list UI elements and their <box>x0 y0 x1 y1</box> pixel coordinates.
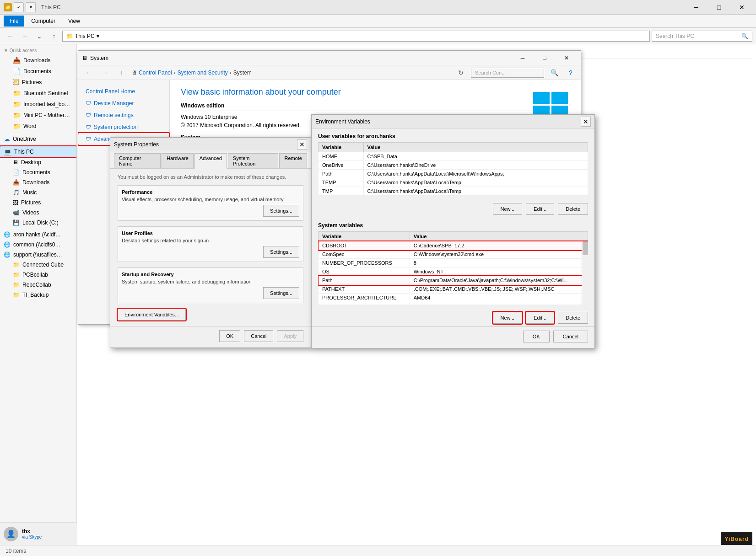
scrollbar[interactable] <box>582 241 588 305</box>
dialog-note: You must be logged on as an Administrato… <box>118 174 303 180</box>
env-close-btn[interactable]: ✕ <box>581 117 591 127</box>
sidebar-item-downloads2[interactable]: 📥 Downloads <box>0 177 76 187</box>
sidebar-item-music[interactable]: 🎵 Music <box>0 187 76 198</box>
system-minimize-btn[interactable]: ─ <box>512 53 533 63</box>
sys-link-device-manager[interactable]: 🛡 Device Manager <box>78 97 169 109</box>
env-title: Environment Variables <box>315 118 370 125</box>
sidebar-item-this-pc[interactable]: 💻 This PC <box>0 146 76 157</box>
system-search[interactable]: Search Con... <box>471 68 544 78</box>
sidebar-item-repocollab[interactable]: 📁 RepoCollab <box>0 280 76 290</box>
sidebar-item-network-share1[interactable]: 🌐 aron.hanks (\\cldfs01.a <box>0 230 76 240</box>
apply-btn[interactable]: Apply <box>277 330 303 342</box>
sidebar-item-network-share3[interactable]: 🌐 support (\\usafiles.alt <box>0 250 76 260</box>
sys-link-system-protection[interactable]: 🛡 System protection <box>78 121 169 133</box>
system-help-btn[interactable]: ? <box>564 66 577 79</box>
maximize-btn[interactable]: □ <box>708 0 729 15</box>
tab-file[interactable]: File <box>4 16 24 27</box>
sys-link-remote-settings[interactable]: 🛡 Remote settings <box>78 109 169 121</box>
performance-settings-btn[interactable]: Settings... <box>263 205 299 217</box>
tab-system-protection[interactable]: System Protection <box>228 153 279 168</box>
address-bar[interactable]: 📁 This PC ▾ <box>62 31 650 42</box>
folder-icon: 🖥 <box>13 159 18 166</box>
user-profiles-settings-btn[interactable]: Settings... <box>263 246 299 258</box>
sidebar-item-desktop[interactable]: 🖥 Desktop <box>0 157 76 167</box>
system-close-btn[interactable]: ✕ <box>556 53 577 63</box>
system-var-row[interactable]: PROCESSOR_IDENTIFIERIntel64 Family 6 Mod… <box>319 302 588 305</box>
sidebar-item-local-disk[interactable]: 💾 Local Disk (C:) <box>0 218 76 228</box>
up-btn[interactable]: ↑ <box>48 30 60 43</box>
user-delete-btn[interactable]: Delete <box>558 203 588 215</box>
system-maximize-btn[interactable]: □ <box>534 53 555 63</box>
sidebar-item-ti-backup[interactable]: 📁 TI_Backup <box>0 290 76 300</box>
system-var-row[interactable]: PATHEXT.COM;.EXE;.BAT;.CMD;.VBS;.VBE;.JS… <box>319 285 588 294</box>
user-new-btn[interactable]: New... <box>493 203 523 215</box>
qa-properties-btn[interactable]: ✓ <box>14 2 24 12</box>
system-heading: View basic information about your comput… <box>181 87 570 97</box>
tab-view[interactable]: View <box>62 16 86 27</box>
sidebar-item-documents2[interactable]: 📄 Documents <box>0 167 76 177</box>
system-new-btn[interactable]: New... <box>493 312 523 324</box>
breadcrumb-security[interactable]: System and Security <box>178 70 228 76</box>
sys-link-control-panel-home[interactable]: Control Panel Home <box>78 86 169 97</box>
system-var-row[interactable]: PathC:\ProgramData\Oracle\Java\javapath;… <box>319 276 588 285</box>
system-var-row[interactable]: ComSpecC:\Windows\system32\cmd.exe <box>319 250 588 259</box>
system-refresh-btn[interactable]: ↻ <box>454 66 467 79</box>
system-properties-dialog: System Properties ✕ Computer Name Hardwa… <box>110 137 311 348</box>
user-var-row[interactable]: TEMPC:\Users\aron.hanks\AppData\Local\Te… <box>319 178 588 187</box>
sidebar-item-bluetooth[interactable]: 📁 Bluetooth Sentinel <box>0 88 76 99</box>
minimize-btn[interactable]: ─ <box>686 0 707 15</box>
skype-link[interactable]: via Skype <box>22 535 42 540</box>
sidebar-item-imported[interactable]: 📁 Imported test_board.P <box>0 99 76 110</box>
env-ok-btn[interactable]: OK <box>523 331 550 342</box>
startup-desc: System startup, system failure, and debu… <box>122 279 299 284</box>
user-var-row[interactable]: OneDriveC:\Users\aron.hanks\OneDrive <box>319 161 588 170</box>
avatar: 👤 <box>4 527 18 541</box>
system-back-btn[interactable]: ← <box>82 66 95 79</box>
system-up-btn[interactable]: ↑ <box>115 66 128 79</box>
sidebar-item-videos[interactable]: 📹 Videos <box>0 208 76 218</box>
sidebar-item-documents[interactable]: 📄 Documents <box>0 66 76 77</box>
tab-hardware[interactable]: Hardware <box>162 153 194 168</box>
startup-settings-btn[interactable]: Settings... <box>263 287 299 299</box>
qa-dropdown-btn[interactable]: ▾ <box>26 2 36 12</box>
system-search-btn[interactable]: 🔍 <box>548 66 561 79</box>
system-var-row[interactable]: PROCESSOR_ARCHITECTUREAMD64 <box>319 294 588 302</box>
tab-computer[interactable]: Computer <box>25 16 61 27</box>
close-btn[interactable]: ✕ <box>731 0 752 15</box>
back-btn[interactable]: ← <box>4 30 16 43</box>
sidebar-item-network-share2[interactable]: 🌐 common (\\cldfs01.alt <box>0 240 76 250</box>
system-delete-btn[interactable]: Delete <box>558 312 588 324</box>
tab-advanced[interactable]: Advanced <box>194 153 227 169</box>
ok-btn[interactable]: OK <box>219 330 240 342</box>
scrollbar-thumb[interactable] <box>583 241 588 255</box>
system-edit-btn[interactable]: Edit... <box>526 312 554 324</box>
user-edit-btn[interactable]: Edit... <box>526 203 554 215</box>
sidebar-item-onedrive[interactable]: ☁ OneDrive <box>0 134 76 144</box>
system-var-row[interactable]: OSWindows_NT <box>319 267 588 276</box>
recent-btn[interactable]: ⌄ <box>33 30 46 43</box>
sidebar-item-mini-pc[interactable]: 📁 Mini PC - Motherboar <box>0 110 76 121</box>
system-var-row[interactable]: CDSROOTC:\Cadence\SPB_17.2 <box>319 241 588 250</box>
search-bar[interactable]: Search This PC 🔍 <box>652 31 752 42</box>
cancel-btn[interactable]: Cancel <box>244 330 273 342</box>
sidebar-item-downloads[interactable]: 📥 Downloads <box>0 55 76 66</box>
sidebar-item-connected-cube[interactable]: 📁 Connected Cube <box>0 260 76 270</box>
env-cancel-btn[interactable]: Cancel <box>553 331 588 342</box>
sidebar-item-word[interactable]: 📁 Word <box>0 121 76 132</box>
tab-remote[interactable]: Remote <box>279 153 307 168</box>
tab-computer-name[interactable]: Computer Name <box>114 153 161 168</box>
user-var-row[interactable]: PathC:\Users\aron.hanks\AppData\Local\Mi… <box>319 170 588 178</box>
folder-icon: 📹 <box>13 209 20 216</box>
user-var-row[interactable]: TMPC:\Users\aron.hanks\AppData\Local\Tem… <box>319 187 588 196</box>
system-var-row[interactable]: NUMBER_OF_PROCESSORS8 <box>319 259 588 267</box>
user-var-row[interactable]: HOMEC:\SPB_Data <box>319 152 588 161</box>
forward-btn[interactable]: → <box>18 30 31 43</box>
breadcrumb-cp[interactable]: Control Panel <box>139 70 172 76</box>
sidebar-label: Device Manager <box>94 100 134 107</box>
sidebar-item-pictures2[interactable]: 🖼 Pictures <box>0 198 76 208</box>
sidebar-item-pictures[interactable]: 🖼 Pictures <box>0 77 76 88</box>
sidebar-item-pcbcollab[interactable]: 📁 PCBcollab <box>0 270 76 280</box>
env-vars-btn[interactable]: Environment Variables... <box>118 309 186 321</box>
system-forward-btn[interactable]: → <box>98 66 111 79</box>
dialog-close-btn[interactable]: ✕ <box>297 139 307 150</box>
